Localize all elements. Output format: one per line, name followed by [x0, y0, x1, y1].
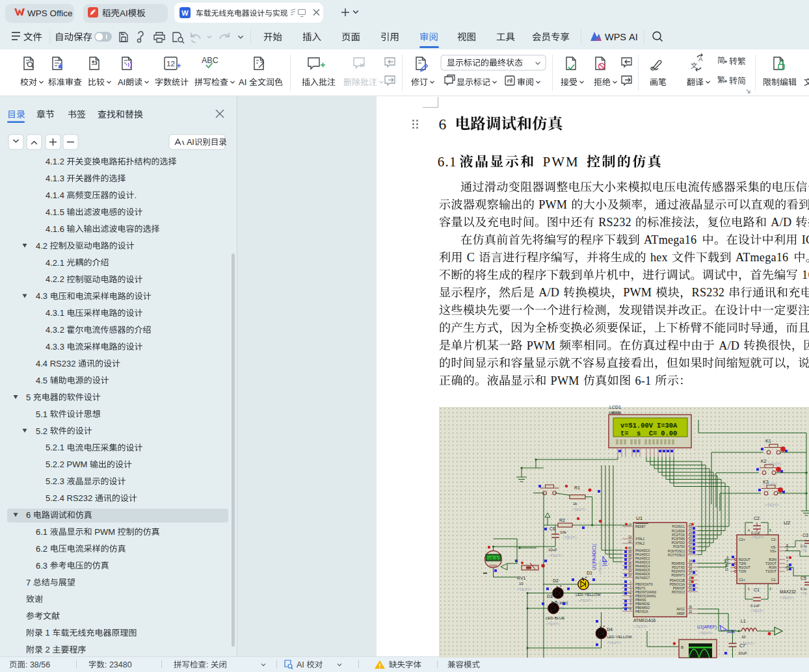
svg-text:PA4/ADC4: PA4/ADC4 — [635, 565, 650, 568]
svg-text:C6: C6 — [550, 526, 555, 531]
svg-text:PWM: PWM — [67, 459, 88, 469]
svg-text:<TEXT>: <TEXT> — [517, 588, 532, 591]
svg-text:10: 10 — [741, 635, 746, 639]
svg-text:PC2/TCK: PC2/TCK — [672, 534, 685, 537]
svg-text:5: 5 — [26, 393, 31, 402]
svg-text:5.2.1: 5.2.1 — [46, 443, 64, 452]
svg-text:K2: K2 — [761, 459, 767, 463]
svg-text:PB7/SCK: PB7/SCK — [635, 610, 649, 614]
svg-text:5: 5 — [769, 528, 771, 532]
svg-text:<TEXT>: <TEXT> — [607, 641, 622, 645]
svg-text::: : — [105, 660, 107, 669]
svg-text:ATmega16: ATmega16 — [736, 251, 788, 264]
svg-text:1602: 1602 — [802, 268, 809, 281]
svg-text:T1OUT: T1OUT — [765, 569, 777, 573]
svg-text:10uF: 10uF — [548, 548, 557, 552]
svg-text:D4: D4 — [607, 627, 613, 632]
svg-text:0.1uF: 0.1uF — [750, 604, 760, 608]
svg-text:U2: U2 — [784, 520, 791, 526]
svg-text:5: 5 — [630, 596, 631, 599]
svg-text:1k: 1k — [573, 502, 577, 506]
svg-text:32: 32 — [689, 610, 693, 614]
svg-text:RS232: RS232 — [598, 216, 631, 229]
svg-text:<TEXT>: <TEXT> — [750, 609, 763, 613]
svg-text:PD0/RXD: PD0/RXD — [672, 562, 685, 565]
svg-text:C: C — [467, 251, 475, 264]
svg-text:C2-: C2- — [771, 537, 777, 541]
svg-text:PB4/SS: PB4/SS — [635, 599, 646, 602]
svg-text:PC3/TMS: PC3/TMS — [672, 537, 685, 541]
svg-text:38: 38 — [628, 554, 632, 558]
svg-text:6.1: 6.1 — [36, 527, 47, 537]
svg-text:1: 1 — [748, 587, 750, 591]
svg-text:VS-: VS- — [771, 545, 776, 549]
svg-text:<TEXT>: <TEXT> — [765, 503, 780, 507]
svg-text:K1: K1 — [765, 439, 771, 443]
svg-text:<TEXT>: <TEXT> — [563, 536, 577, 539]
svg-text:2: 2 — [630, 584, 631, 588]
svg-text:7: 7 — [630, 604, 631, 607]
svg-text:<TEXT>: <TEXT> — [546, 622, 561, 626]
svg-text:A: A — [698, 55, 703, 62]
svg-text:28: 28 — [689, 547, 693, 550]
svg-text:5.2.4: 5.2.4 — [46, 493, 64, 503]
svg-text:30: 30 — [689, 606, 693, 609]
svg-text:4.3.1: 4.3.1 — [46, 308, 64, 318]
svg-text:0.1u: 0.1u — [801, 587, 807, 591]
svg-text:LED-BLUE: LED-BLUE — [546, 616, 564, 620]
svg-text:L1: L1 — [741, 619, 746, 623]
svg-text:RV1: RV1 — [517, 576, 526, 580]
svg-text:PB5/MOSI: PB5/MOSI — [635, 602, 650, 606]
svg-text:A/D: A/D — [771, 216, 791, 229]
svg-text:R2IN: R2IN — [769, 558, 776, 562]
svg-text:4.2.1: 4.2.1 — [46, 258, 64, 268]
svg-text:14: 14 — [689, 560, 693, 563]
svg-text:PD5/OC1A: PD5/OC1A — [670, 583, 685, 586]
svg-text:27: 27 — [689, 543, 693, 547]
svg-text:PWM: PWM — [527, 339, 555, 352]
svg-text:10uF: 10uF — [738, 651, 747, 655]
svg-text:.: . — [135, 190, 137, 200]
svg-text:<TEXT>: <TEXT> — [598, 560, 602, 575]
svg-text:36: 36 — [628, 562, 632, 565]
svg-text:v=51.00V I=30A: v=51.00V I=30A — [620, 422, 678, 430]
svg-text:PA7/ADC7: PA7/ADC7 — [635, 576, 650, 580]
svg-text:4: 4 — [630, 592, 631, 595]
svg-text:C1: C1 — [754, 588, 760, 592]
svg-text:A/D: A/D — [719, 339, 739, 352]
svg-text:15: 15 — [689, 563, 693, 567]
svg-text:LED-YELLOW: LED-YELLOW — [607, 635, 632, 639]
svg-text:<TEXT>: <TEXT> — [698, 631, 713, 635]
svg-text:PB2/INT2/AIN0: PB2/INT2/AIN0 — [635, 591, 656, 594]
svg-text:20: 20 — [689, 584, 693, 588]
svg-text:D2: D2 — [553, 578, 559, 583]
svg-text:6: 6 — [26, 510, 31, 520]
svg-text:PD2/INT0: PD2/INT0 — [671, 570, 685, 573]
svg-text:PD1/TXD: PD1/TXD — [672, 566, 685, 569]
svg-text:PC6/TOSC1: PC6/TOSC1 — [668, 550, 685, 553]
svg-text:1: 1 — [630, 580, 631, 584]
svg-text:4: 4 — [748, 528, 750, 532]
svg-text:C5: C5 — [801, 576, 806, 580]
svg-text:D3: D3 — [547, 594, 553, 599]
svg-text:AI: AI — [187, 138, 194, 147]
svg-text:4.2: 4.2 — [36, 241, 47, 251]
svg-text:RS232: RS232 — [67, 493, 93, 503]
svg-text:PD6/ICP: PD6/ICP — [673, 587, 685, 590]
svg-text:AI: AI — [629, 32, 638, 42]
svg-text:XTAL1: XTAL1 — [635, 537, 644, 541]
svg-text:4.1.3: 4.1.3 — [46, 174, 64, 183]
svg-text:<TEXT>: <TEXT> — [633, 625, 648, 628]
svg-text:10: 10 — [519, 582, 524, 586]
svg-text:<TEXT>: <TEXT> — [780, 596, 795, 600]
svg-text::: : — [25, 660, 27, 669]
svg-text:RS232: RS232 — [50, 359, 76, 368]
svg-text:R1IN: R1IN — [769, 565, 776, 569]
svg-text:4.1.6: 4.1.6 — [46, 224, 64, 234]
svg-text:PWM: PWM — [551, 374, 579, 387]
svg-text:MAX232: MAX232 — [780, 589, 796, 594]
svg-text:PC5/TDI: PC5/TDI — [673, 545, 685, 549]
svg-text:5.2.2: 5.2.2 — [46, 459, 64, 469]
svg-text:C7: C7 — [739, 643, 745, 648]
svg-text:ATMEGA16: ATMEGA16 — [633, 618, 656, 623]
